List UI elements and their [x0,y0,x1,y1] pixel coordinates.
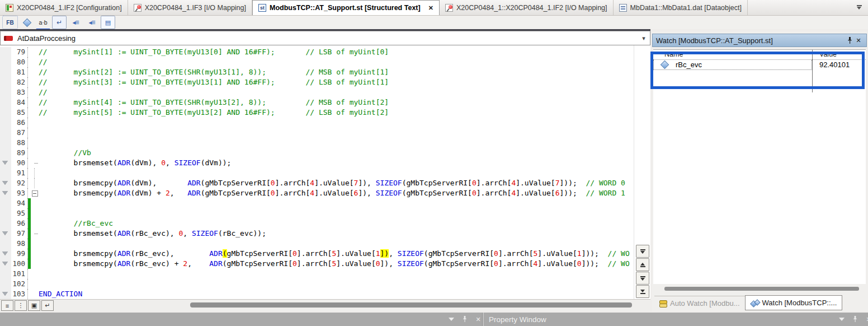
fold-margin[interactable] [31,198,39,208]
fold-margin[interactable] [31,188,39,198]
tab-list-bar [857,5,862,6]
insert-variable-button[interactable] [20,16,34,29]
document-tab[interactable]: ModbusTCP::AT_Support.st [Structured Tex… [252,0,440,15]
breakpoint-margin[interactable] [0,168,11,178]
watch-row[interactable]: rBc_evc92.40101 [653,60,866,70]
fold-margin[interactable] [31,218,39,229]
fold-margin[interactable] [31,138,39,148]
fold-margin[interactable] [31,57,39,67]
fold-margin[interactable] [31,178,39,188]
code-line-row: 95 [0,208,630,218]
fold-margin[interactable] [31,279,39,289]
toggle-wrap-button[interactable]: ↵ [52,16,67,29]
open-declaration-button[interactable]: ▤ [101,16,115,29]
watch-row-name-cell[interactable]: rBc_evc [653,60,812,70]
breakpoint-margin[interactable] [0,77,11,87]
breakpoint-margin[interactable] [0,158,11,168]
fold-margin[interactable] [31,148,39,158]
breakpoint-margin[interactable] [0,198,11,208]
view-mode-box-button[interactable]: ▣ [28,300,40,311]
code-editor[interactable]: 79// mySint[1] := UINT_TO_BYTE(myU13[0] … [0,45,650,299]
breakpoint-margin[interactable] [0,87,11,97]
editor-hscroll-thumb[interactable] [190,302,632,308]
close-icon[interactable]: ✕ [854,36,863,45]
view-mode-outline-button[interactable]: ⋮ [15,300,27,311]
fold-margin[interactable] [31,97,39,108]
pin-icon[interactable] [845,36,854,45]
breakpoint-margin[interactable] [0,148,11,158]
close-icon[interactable]: ✕ [474,315,482,323]
code-line-row: 102 [0,279,630,289]
breakpoint-margin[interactable] [0,279,11,289]
breakpoint-margin[interactable] [0,108,11,118]
watch-hscroll-thumb[interactable] [664,287,859,291]
fold-margin[interactable] [31,47,39,57]
editor-hscrollbar[interactable]: ≡ ⋮ ▣ ↵ [0,299,650,311]
breakpoint-margin[interactable] [0,239,11,249]
breakpoint-margin[interactable] [0,188,11,198]
breakpoint-margin[interactable] [0,67,11,77]
breakpoint-margin[interactable] [0,259,11,269]
document-tab[interactable]: X20CP0484_1::X20CP0484_1.IF2 [I/O Mappin… [440,0,614,15]
breakpoint-margin[interactable] [0,138,11,148]
breakpoint-margin[interactable] [0,218,11,229]
fold-margin[interactable] [31,87,39,97]
chevron-down-icon[interactable] [447,315,455,323]
code-line: brsmemset(ADR(rBc_evc), 0, SIZEOF(rBc_ev… [39,229,266,239]
view-mode-list-button[interactable]: ≡ [1,300,13,311]
view-mode-wrap-button[interactable]: ↵ [41,300,54,311]
fold-margin[interactable] [31,128,39,138]
document-tab[interactable]: X20CP0484_1.IF3 [I/O Mapping] [128,0,252,15]
outdent-button[interactable]: ◂≡ [68,16,83,29]
fold-margin[interactable] [31,158,39,168]
breakpoint-margin[interactable] [0,289,11,299]
action-selector[interactable]: AtDataProccesing ▾ [0,31,650,45]
fold-margin[interactable] [31,168,39,178]
chevron-down-icon[interactable] [838,315,846,323]
breakpoint-margin[interactable] [0,97,11,108]
pin-icon[interactable] [851,315,859,323]
fold-margin[interactable] [31,118,39,128]
fold-margin[interactable] [31,67,39,77]
breakpoint-margin[interactable] [0,57,11,67]
breakpoint-margin[interactable] [0,128,11,138]
pin-icon[interactable] [461,315,469,323]
goto-previous-section-button[interactable] [636,258,649,271]
close-icon[interactable]: ✕ [865,315,868,323]
watch-tab-auto-watch[interactable]: Auto Watch [Modbu... [654,296,745,310]
breakpoint-margin[interactable] [0,208,11,218]
fold-margin[interactable] [31,208,39,218]
fold-margin[interactable] [31,77,39,87]
breakpoint-margin[interactable] [0,118,11,128]
combo-dropdown-icon[interactable]: ▾ [639,34,648,43]
goto-last-section-button[interactable] [636,285,649,298]
breakpoint-margin[interactable] [0,269,11,279]
watch-grid[interactable]: Name Value rBc_evc92.40101 [653,49,866,284]
close-tab-icon[interactable]: ✕ [428,4,433,12]
fold-margin[interactable] [31,289,39,299]
fold-margin[interactable] [31,229,39,239]
document-tab[interactable]: X20CP0484_1.IF2 [Configuration] [0,0,128,15]
breakpoint-margin[interactable] [0,249,11,259]
variable-diamond-icon [661,60,669,69]
indent-button[interactable]: ◂≡ [84,16,99,29]
fold-margin[interactable] [31,108,39,118]
breakpoint-margin[interactable] [0,229,11,239]
watch-col-value[interactable]: Value [812,50,837,59]
insert-function-block-button[interactable]: FB [2,16,18,29]
document-tab[interactable]: MbData1::MbData1.dat [Dataobject] [614,0,748,15]
breakpoint-margin[interactable] [0,47,11,57]
goto-next-section-button[interactable] [636,272,649,285]
fold-margin[interactable] [31,249,39,259]
watch-tab-watch[interactable]: Watch [ModbusTCP::... [745,295,843,310]
breakpoint-margin[interactable] [0,178,11,188]
fold-margin[interactable] [31,269,39,279]
watch-variable-value[interactable]: 92.40101 [812,60,850,70]
fold-margin[interactable] [31,259,39,269]
goto-first-section-button[interactable] [636,245,649,258]
watch-column-separator[interactable] [812,50,813,92]
watch-col-name[interactable]: Name [653,50,812,59]
rename-variable-button[interactable]: a·b [36,16,50,30]
fold-margin[interactable] [31,239,39,249]
tab-list-dropdown-icon[interactable] [855,3,864,12]
